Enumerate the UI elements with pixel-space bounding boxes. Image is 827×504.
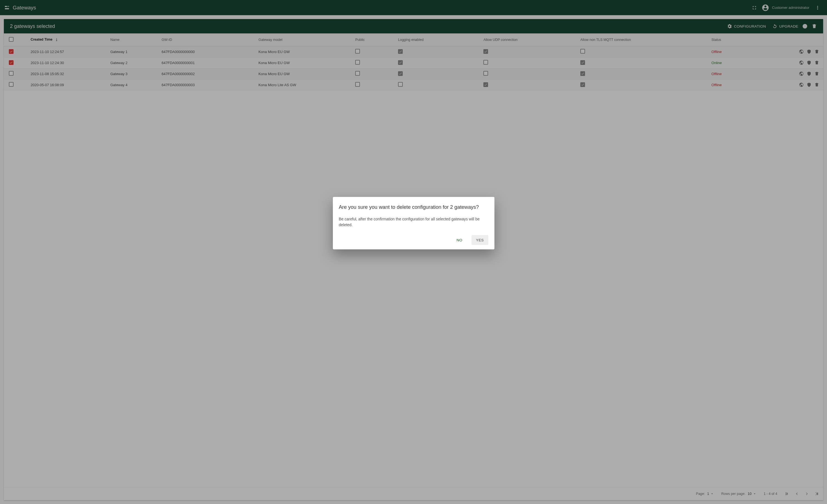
dialog-overlay[interactable]: Are you sure you want to delete configur… — [0, 0, 827, 504]
dialog-no-button[interactable]: NO — [452, 235, 467, 245]
dialog-yes-button[interactable]: YES — [472, 235, 488, 245]
dialog-title: Are you sure you want to delete configur… — [339, 204, 488, 210]
dialog-body: Be careful, after the confirmation the c… — [339, 216, 488, 228]
confirm-delete-dialog: Are you sure you want to delete configur… — [333, 197, 494, 249]
